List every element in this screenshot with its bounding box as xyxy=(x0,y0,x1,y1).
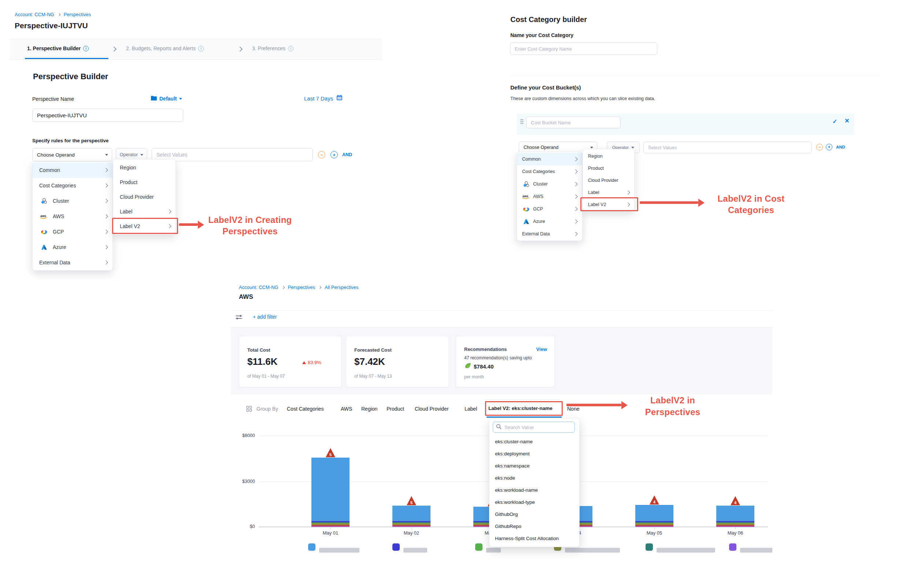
group-by-option-cost-categories[interactable]: Cost Categories xyxy=(287,406,324,412)
close-icon[interactable]: × xyxy=(845,117,849,125)
bar-may-02[interactable] xyxy=(392,505,430,527)
savings-amount: $784.40 xyxy=(464,362,494,370)
group-by-option-none[interactable]: None xyxy=(567,406,579,412)
submenu-item-region[interactable]: Region xyxy=(583,150,634,162)
menu-item-cost-categories[interactable]: Cost Categories xyxy=(517,165,582,178)
bar-may-01[interactable] xyxy=(311,457,350,527)
filter-icon[interactable] xyxy=(236,314,242,322)
breadcrumb-all-perspectives-link[interactable]: All Perspectives xyxy=(325,284,358,290)
tab-budgets-reports-alerts[interactable]: 2. Budgets, Reports and Alerts i xyxy=(126,45,204,51)
menu-item-gcp[interactable]: GCP xyxy=(33,224,112,239)
select-values-input[interactable] xyxy=(644,141,812,153)
recommendation-marker[interactable]: 5 xyxy=(326,448,335,457)
legend-label-clipped xyxy=(657,548,715,553)
cost-bucket-name-input[interactable] xyxy=(526,117,621,128)
tab-perspective-builder[interactable]: 1. Perspective Builder i xyxy=(27,45,88,51)
menu-item-cost-categories[interactable]: Cost Categories xyxy=(33,178,112,193)
submenu-item-label: Cloud Provider xyxy=(588,178,618,183)
legend-chip[interactable] xyxy=(308,543,315,551)
add-rule-button[interactable]: + xyxy=(826,144,832,150)
submenu-item-product[interactable]: Product xyxy=(113,175,176,190)
breadcrumb-account-link[interactable]: Account: CCM-NG xyxy=(15,12,54,17)
legend-chip[interactable] xyxy=(729,543,736,551)
menu-item-aws[interactable]: awsAWS xyxy=(517,190,582,203)
select-values-input[interactable] xyxy=(152,148,313,161)
group-by-selected-labelv2[interactable]: Label V2: eks:cluster-name xyxy=(488,406,552,411)
chevron-right-icon xyxy=(57,13,60,16)
menu-item-azure[interactable]: Azure xyxy=(33,239,112,255)
legend-label-clipped xyxy=(319,548,359,553)
search-input[interactable] xyxy=(504,424,567,430)
menu-item-external-data[interactable]: External Data xyxy=(33,255,112,270)
dropdown-item-eks-node[interactable]: eks:node xyxy=(489,472,579,484)
dropdown-item-eks-cluster-name[interactable]: eks:cluster-name xyxy=(489,436,579,448)
chevron-right-icon xyxy=(573,194,578,199)
dropdown-item-githubrepo[interactable]: GithubRepo xyxy=(489,520,579,532)
add-filter-button[interactable]: + add filter xyxy=(253,314,277,320)
folder-selector[interactable]: Default xyxy=(151,95,182,102)
menu-item-gcp[interactable]: GCP xyxy=(517,203,582,215)
chevron-right-icon xyxy=(573,157,578,161)
card-label: Recommendations xyxy=(464,346,507,352)
view-link[interactable]: View xyxy=(536,346,547,352)
confirm-icon[interactable]: ✓ xyxy=(832,118,837,125)
legend-chip[interactable] xyxy=(475,543,483,551)
breadcrumb-perspectives-link[interactable]: Perspectives xyxy=(288,284,315,290)
bar-may-06[interactable] xyxy=(716,505,754,527)
group-by-option-region[interactable]: Region xyxy=(361,406,377,412)
menu-item-label: AWS xyxy=(533,194,543,199)
menu-item-cluster[interactable]: Cluster xyxy=(517,178,582,190)
menu-item-external-data[interactable]: External Data xyxy=(517,228,582,240)
menu-item-label: GCP xyxy=(53,229,64,235)
azure-icon xyxy=(522,219,530,224)
add-rule-button[interactable]: + xyxy=(330,151,338,158)
menu-item-aws[interactable]: awsAWS xyxy=(33,209,112,224)
group-by-option-label[interactable]: Label xyxy=(465,406,477,412)
breadcrumb-account-link[interactable]: Account: CCM-NG xyxy=(239,284,279,290)
chevron-right-icon xyxy=(573,182,578,186)
submenu-item-cloud-provider[interactable]: Cloud Provider xyxy=(583,174,634,186)
submenu-item-cloud-provider[interactable]: Cloud Provider xyxy=(113,190,176,204)
submenu-item-label: Label xyxy=(588,190,599,195)
choose-operand-select[interactable]: Choose Operand xyxy=(32,148,112,161)
menu-item-label: Common xyxy=(39,167,60,173)
menu-item-common[interactable]: Common xyxy=(517,153,582,165)
bar-segment xyxy=(311,525,350,526)
tab-label: 3. Preferences xyxy=(252,45,285,51)
menu-item-common[interactable]: Common xyxy=(33,162,112,178)
remove-rule-button[interactable]: − xyxy=(816,144,823,150)
date-range-picker[interactable]: Last 7 Days xyxy=(304,95,342,102)
group-by-option-cloud-provider[interactable]: Cloud Provider xyxy=(415,406,449,412)
menu-item-label: GCP xyxy=(533,206,543,212)
remove-rule-button[interactable]: − xyxy=(318,151,326,158)
legend-label-clipped xyxy=(565,548,620,553)
submenu-item-product[interactable]: Product xyxy=(583,162,634,174)
group-by-option-aws[interactable]: AWS xyxy=(341,406,352,412)
menu-item-cluster[interactable]: Cluster xyxy=(33,193,112,209)
drag-handle-icon[interactable] xyxy=(520,119,524,124)
submenu-item-region[interactable]: Region xyxy=(113,160,176,175)
legend-label-clipped xyxy=(404,548,427,553)
search-box[interactable] xyxy=(493,422,575,433)
menu-item-azure[interactable]: Azure xyxy=(517,215,582,228)
dropdown-item-eks-workload-type[interactable]: eks:workload-type xyxy=(489,496,579,508)
recommendation-marker[interactable]: 5 xyxy=(406,496,416,505)
tab-preferences[interactable]: 3. Preferences i xyxy=(252,45,294,51)
dropdown-item-eks-workload-name[interactable]: eks:workload-name xyxy=(489,484,579,496)
dropdown-item-eks-namespace[interactable]: eks:namespace xyxy=(489,460,579,472)
recommendation-marker[interactable]: 4 xyxy=(650,495,659,505)
legend-chip[interactable] xyxy=(645,543,653,551)
dropdown-item-harness-split-cost-allocation[interactable]: Harness-Split Cost Allocation xyxy=(489,532,579,544)
bar-may-05[interactable] xyxy=(635,505,674,527)
group-by-option-product[interactable]: Product xyxy=(387,406,404,412)
legend-label-clipped xyxy=(740,548,772,553)
submenu-item-label[interactable]: Label xyxy=(583,186,634,199)
dropdown-item-eks-deployment[interactable]: eks:deployment xyxy=(489,448,579,460)
dropdown-item-githuborg[interactable]: GithubOrg xyxy=(489,508,579,520)
legend-chip[interactable] xyxy=(392,543,400,551)
perspective-name-input[interactable] xyxy=(32,108,183,122)
breadcrumb-perspectives-link[interactable]: Perspectives xyxy=(64,12,91,17)
submenu-item-label[interactable]: Label xyxy=(113,204,176,219)
cost-category-name-input[interactable] xyxy=(510,42,657,55)
recommendation-marker[interactable]: 4 xyxy=(730,496,740,505)
